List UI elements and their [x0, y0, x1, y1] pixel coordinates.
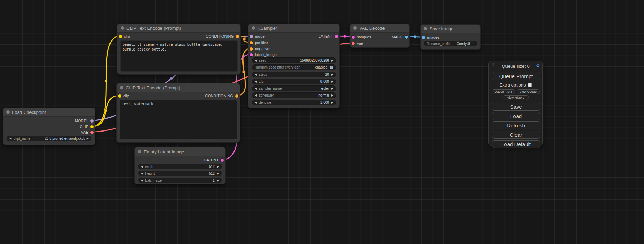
- node-ksampler[interactable]: KSampler model positive negative latent_…: [248, 24, 340, 108]
- output-slot-clip[interactable]: CLIP: [80, 124, 94, 129]
- slot-dot-vae[interactable]: [352, 42, 355, 45]
- decrement-arrow-icon[interactable]: ◀: [255, 59, 257, 62]
- slot-dot-conditioning[interactable]: [250, 41, 253, 44]
- input-slot-clip[interactable]: clip: [118, 93, 129, 99]
- increment-arrow-icon[interactable]: ▶: [217, 165, 219, 168]
- node-title-bar[interactable]: Load Checkpoint: [3, 108, 95, 117]
- decrement-arrow-icon[interactable]: ◀: [141, 165, 143, 168]
- output-slot-latent[interactable]: LATENT: [319, 34, 338, 39]
- collapse-dot-icon[interactable]: [121, 26, 124, 30]
- slot-dot-vae[interactable]: [90, 131, 94, 134]
- save-button[interactable]: Save: [492, 103, 540, 111]
- input-slot-latent-image[interactable]: latent_image: [250, 52, 277, 57]
- slot-dot-model[interactable]: [250, 35, 253, 38]
- collapse-dot-icon[interactable]: [138, 150, 141, 153]
- slot-dot-latent[interactable]: [250, 53, 253, 56]
- node-title-bar[interactable]: CLIP Text Encode (Prompt): [117, 24, 240, 33]
- increment-arrow-icon[interactable]: ▶: [331, 59, 333, 62]
- collapse-dot-icon[interactable]: [252, 26, 255, 30]
- decrement-arrow-icon[interactable]: ◀: [255, 87, 257, 90]
- output-slot-latent[interactable]: LATENT: [204, 157, 224, 163]
- node-title-bar[interactable]: Save Image: [421, 25, 480, 33]
- output-slot-conditioning[interactable]: CONDITIONING: [206, 34, 239, 39]
- increment-arrow-icon[interactable]: ▶: [331, 87, 333, 90]
- slot-dot-clip[interactable]: [90, 125, 94, 128]
- node-empty-latent-image[interactable]: Empty Latent Image LATENT ◀ width 512 ▶ …: [134, 147, 226, 184]
- seed-toggle-icon[interactable]: [330, 66, 333, 69]
- node-save-image[interactable]: Save Image images filename_prefix ComfyU…: [420, 24, 481, 50]
- output-slot-model[interactable]: MODEL: [75, 118, 94, 124]
- increment-arrow-icon[interactable]: ▶: [331, 73, 333, 76]
- increment-arrow-icon[interactable]: ▶: [331, 94, 333, 97]
- collapse-dot-icon[interactable]: [6, 110, 10, 114]
- collapse-dot-icon[interactable]: [120, 86, 123, 89]
- view-history-button[interactable]: View History: [503, 95, 529, 100]
- input-slot-vae[interactable]: vae: [352, 40, 363, 46]
- widget-ckpt-name[interactable]: ◀ ckpt_name v1-5-pruned-emaonly.ckpt ▶: [7, 136, 91, 141]
- slot-dot-clip[interactable]: [119, 35, 122, 38]
- input-slot-samples[interactable]: samples: [352, 34, 371, 40]
- slot-dot-conditioning[interactable]: [236, 35, 239, 38]
- widget-batch-size[interactable]: ◀ batch_size 1 ▶: [138, 178, 222, 183]
- slot-dot-image[interactable]: [422, 36, 425, 39]
- view-queue-button[interactable]: View Queue: [517, 89, 540, 94]
- increment-arrow-icon[interactable]: ▶: [87, 137, 89, 140]
- node-clip-text-encode-negative[interactable]: CLIP Text Encode (Prompt) clip CONDITION…: [116, 83, 240, 143]
- input-slot-images[interactable]: images: [422, 35, 439, 40]
- decrement-arrow-icon[interactable]: ◀: [255, 101, 257, 104]
- widget-cfg[interactable]: ◀ cfg 8.000 ▶: [252, 79, 336, 84]
- slot-dot-conditioning[interactable]: [250, 47, 253, 51]
- input-slot-model[interactable]: model: [250, 34, 265, 39]
- node-graph-canvas[interactable]: Load Checkpoint MODEL CLIP VAE ◀ ckpt_na…: [0, 0, 644, 244]
- slot-dot-latent[interactable]: [352, 36, 355, 39]
- widget-steps[interactable]: ◀ steps 20 ▶: [252, 72, 336, 77]
- widget-filename-prefix[interactable]: filename_prefix ComfyUI: [424, 41, 477, 46]
- widget-seed[interactable]: ◀ seed 156680208700286 ▶: [252, 57, 336, 63]
- slot-dot-image[interactable]: [405, 36, 408, 39]
- load-button[interactable]: Load: [492, 112, 540, 120]
- settings-gear-icon[interactable]: ⚙: [536, 63, 540, 68]
- queue-prompt-button[interactable]: Queue Prompt: [492, 72, 540, 80]
- node-vae-decode[interactable]: VAE Decode samples vae IMAGE: [350, 24, 410, 48]
- input-slot-clip[interactable]: clip: [119, 34, 130, 39]
- drag-handle-icon[interactable]: ⠿: [491, 63, 494, 67]
- decrement-arrow-icon[interactable]: ◀: [141, 172, 143, 175]
- extra-options-checkbox[interactable]: [528, 83, 532, 87]
- negative-prompt-textarea[interactable]: text, watermark: [120, 100, 237, 139]
- node-title-bar[interactable]: VAE Decode: [350, 24, 409, 33]
- node-title-bar[interactable]: Empty Latent Image: [135, 147, 225, 156]
- slot-dot-latent[interactable]: [335, 35, 338, 38]
- widget-width[interactable]: ◀ width 512 ▶: [138, 164, 222, 169]
- widget-denoise[interactable]: ◀ denoise 1.000 ▶: [252, 100, 336, 105]
- increment-arrow-icon[interactable]: ▶: [331, 80, 333, 83]
- increment-arrow-icon[interactable]: ▶: [217, 179, 219, 182]
- increment-arrow-icon[interactable]: ▶: [331, 101, 333, 104]
- output-slot-conditioning[interactable]: CONDITIONING: [205, 93, 238, 99]
- input-slot-negative[interactable]: negative: [250, 46, 270, 52]
- queue-front-button[interactable]: Queue Front: [492, 89, 515, 94]
- output-slot-image[interactable]: IMAGE: [391, 34, 408, 40]
- increment-arrow-icon[interactable]: ▶: [217, 172, 219, 175]
- node-title-bar[interactable]: CLIP Text Encode (Prompt): [117, 83, 240, 92]
- decrement-arrow-icon[interactable]: ◀: [255, 73, 257, 76]
- clear-button[interactable]: Clear: [492, 131, 540, 139]
- widget-scheduler[interactable]: ◀ scheduler normal ▶: [252, 92, 336, 98]
- input-slot-positive[interactable]: positive: [250, 40, 268, 45]
- decrement-arrow-icon[interactable]: ◀: [9, 137, 11, 140]
- decrement-arrow-icon[interactable]: ◀: [255, 80, 257, 83]
- node-clip-text-encode-positive[interactable]: CLIP Text Encode (Prompt) clip CONDITION…: [117, 24, 241, 75]
- widget-random-seed-toggle[interactable]: Random seed after every gen enabled: [252, 64, 336, 70]
- slot-dot-latent[interactable]: [221, 159, 224, 162]
- widget-sampler-name[interactable]: ◀ sampler_name euler ▶: [252, 85, 336, 91]
- decrement-arrow-icon[interactable]: ◀: [255, 94, 257, 97]
- refresh-button[interactable]: Refresh: [492, 121, 540, 129]
- load-default-button[interactable]: Load Default: [492, 140, 540, 148]
- node-load-checkpoint[interactable]: Load Checkpoint MODEL CLIP VAE ◀ ckpt_na…: [3, 108, 95, 145]
- collapse-dot-icon[interactable]: [353, 26, 357, 30]
- widget-height[interactable]: ◀ height 512 ▶: [138, 171, 222, 176]
- slot-dot-model[interactable]: [90, 119, 94, 123]
- positive-prompt-textarea[interactable]: beautiful scenery nature glass bottle la…: [120, 40, 238, 72]
- node-title-bar[interactable]: KSampler: [248, 24, 339, 33]
- decrement-arrow-icon[interactable]: ◀: [141, 179, 143, 182]
- slot-dot-clip[interactable]: [118, 94, 121, 98]
